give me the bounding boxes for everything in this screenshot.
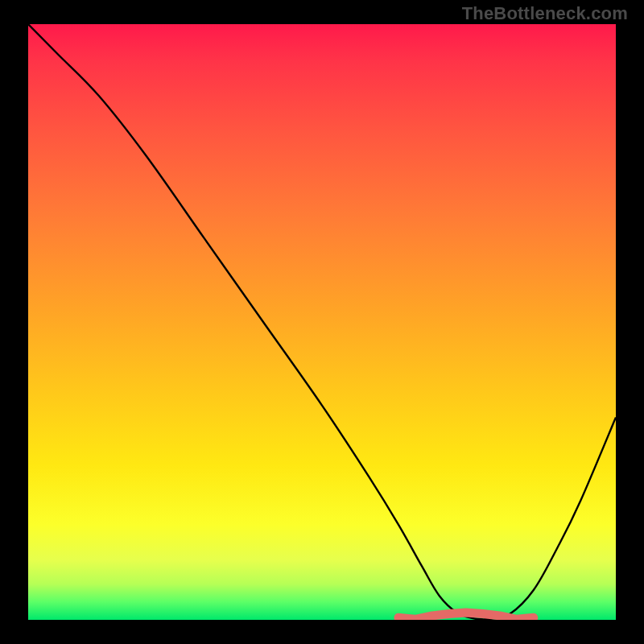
chart-stage: TheBottleneck.com xyxy=(0,0,644,644)
plot-area xyxy=(28,24,616,620)
highlight-segment xyxy=(28,24,616,620)
watermark-text: TheBottleneck.com xyxy=(462,3,628,24)
